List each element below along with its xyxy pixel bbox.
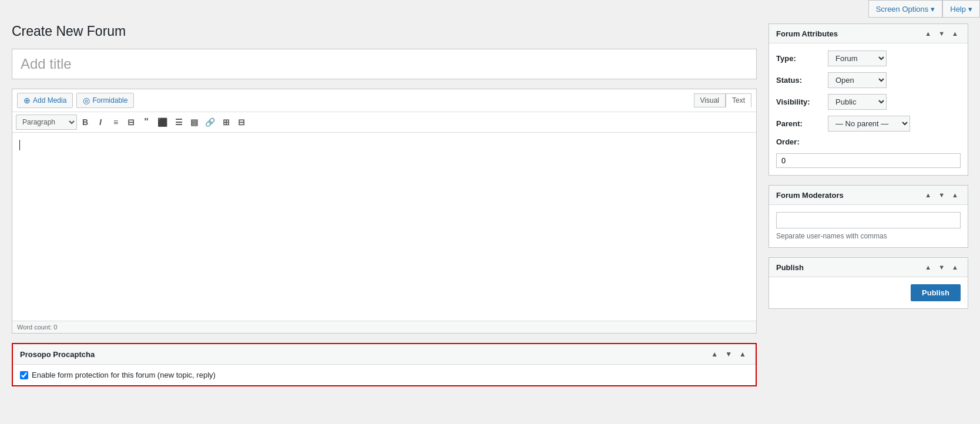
top-bar: Screen Options ▾ Help ▾ xyxy=(868,0,980,18)
status-label: Status: xyxy=(776,76,823,85)
italic-button[interactable]: I xyxy=(93,115,108,130)
page-title: Create New Forum xyxy=(12,23,757,39)
more-button[interactable]: ⊟ xyxy=(234,115,249,130)
moderators-input[interactable] xyxy=(776,212,961,228)
editor-wrap: ⊕ Add Media ◎ Formidable Visual Text Par… xyxy=(12,89,757,334)
link-button[interactable]: 🔗 xyxy=(202,115,218,130)
forum-moderators-up-button[interactable]: ▲ xyxy=(922,190,934,200)
procaptcha-checkbox-label: Enable form protection for this forum (n… xyxy=(32,371,216,379)
help-button[interactable]: Help ▾ xyxy=(942,0,980,18)
forum-attributes-title: Forum Attributes xyxy=(776,29,922,38)
help-label: Help xyxy=(950,5,966,14)
paragraph-select[interactable]: Paragraph Heading 1 Heading 2 Heading 3 … xyxy=(16,115,77,130)
status-select[interactable]: Open Closed xyxy=(828,72,887,88)
forum-attributes-down-button[interactable]: ▼ xyxy=(936,29,947,38)
procaptcha-up-button[interactable]: ▲ xyxy=(709,349,720,359)
tab-visual[interactable]: Visual xyxy=(694,93,726,107)
procaptcha-body: Enable form protection for this forum (n… xyxy=(13,365,756,385)
procaptcha-title: Prosopo Procaptcha xyxy=(20,350,709,359)
type-row: Type: Forum Category Link xyxy=(776,51,961,66)
publish-header: Publish ▲ ▼ ▲ xyxy=(769,258,968,277)
screen-options-chevron: ▾ xyxy=(931,5,935,14)
title-input[interactable] xyxy=(12,49,757,79)
editor-toolbar: Paragraph Heading 1 Heading 2 Heading 3 … xyxy=(12,112,756,133)
help-chevron: ▾ xyxy=(968,5,972,14)
formidable-icon: ◎ xyxy=(83,96,90,105)
align-right-button[interactable]: ▤ xyxy=(187,115,201,130)
bold-button[interactable]: B xyxy=(78,115,92,130)
publish-collapse-button[interactable]: ▲ xyxy=(949,263,961,272)
unordered-list-button[interactable]: ≡ xyxy=(109,115,123,130)
order-label: Order: xyxy=(776,137,823,146)
forum-attributes-body: Type: Forum Category Link Status: Open C… xyxy=(769,43,968,175)
publish-body: Publish xyxy=(769,277,968,308)
forum-moderators-down-button[interactable]: ▼ xyxy=(936,190,947,200)
table-button[interactable]: ⊞ xyxy=(219,115,233,130)
forum-moderators-body: Separate user-names with commas xyxy=(769,205,968,247)
blockquote-button[interactable]: " xyxy=(139,115,153,130)
media-icon: ⊕ xyxy=(24,96,31,105)
ordered-list-button[interactable]: ⊟ xyxy=(124,115,138,130)
forum-attributes-panel: Forum Attributes ▲ ▼ ▲ Type: Forum Categ… xyxy=(768,23,968,176)
visibility-row: Visibility: Public Private Hidden xyxy=(776,94,961,110)
screen-options-button[interactable]: Screen Options ▾ xyxy=(868,0,943,18)
visibility-select[interactable]: Public Private Hidden xyxy=(828,94,887,110)
order-input[interactable] xyxy=(776,153,961,168)
publish-down-button[interactable]: ▼ xyxy=(936,263,947,272)
editor-cursor xyxy=(19,140,20,150)
parent-label: Parent: xyxy=(776,119,823,128)
forum-moderators-header: Forum Moderators ▲ ▼ ▲ xyxy=(769,186,968,205)
procaptcha-box: Prosopo Procaptcha ▲ ▼ ▲ Enable form pro… xyxy=(12,343,757,386)
editor-tabs: Visual Text xyxy=(694,93,751,107)
publish-panel: Publish ▲ ▼ ▲ Publish xyxy=(768,257,968,309)
forum-attributes-collapse-button[interactable]: ▲ xyxy=(949,29,961,38)
editor-footer: Word count: 0 xyxy=(12,321,756,333)
forum-moderators-collapse-button[interactable]: ▲ xyxy=(949,190,961,200)
parent-row: Parent: — No parent — xyxy=(776,116,961,132)
procaptcha-header: Prosopo Procaptcha ▲ ▼ ▲ xyxy=(13,344,756,365)
editor-body[interactable] xyxy=(12,133,756,321)
sidebar: Forum Attributes ▲ ▼ ▲ Type: Forum Categ… xyxy=(768,23,968,412)
add-media-label: Add Media xyxy=(33,96,66,105)
page-wrap: Create New Forum ⊕ Add Media ◎ Formidabl… xyxy=(0,0,980,424)
type-label: Type: xyxy=(776,54,823,63)
publish-up-button[interactable]: ▲ xyxy=(922,263,934,272)
procaptcha-close-button[interactable]: ▲ xyxy=(737,349,749,359)
forum-attributes-controls: ▲ ▼ ▲ xyxy=(922,29,961,38)
publish-controls: ▲ ▼ ▲ xyxy=(922,263,961,272)
forum-moderators-title: Forum Moderators xyxy=(776,191,922,200)
forum-moderators-controls: ▲ ▼ ▲ xyxy=(922,190,961,200)
procaptcha-controls: ▲ ▼ ▲ xyxy=(709,349,749,359)
publish-title: Publish xyxy=(776,263,922,272)
visibility-label: Visibility: xyxy=(776,97,823,106)
editor-top-bar: ⊕ Add Media ◎ Formidable Visual Text xyxy=(12,89,756,112)
add-media-button[interactable]: ⊕ Add Media xyxy=(17,93,73,108)
screen-options-label: Screen Options xyxy=(876,5,929,14)
procaptcha-checkbox[interactable] xyxy=(20,371,28,379)
procaptcha-checkbox-row[interactable]: Enable form protection for this forum (n… xyxy=(20,371,749,379)
procaptcha-down-button[interactable]: ▼ xyxy=(723,349,734,359)
order-row: Order: xyxy=(776,137,961,168)
align-center-button[interactable]: ☰ xyxy=(172,115,186,130)
type-select[interactable]: Forum Category Link xyxy=(828,51,887,66)
formidable-label: Formidable xyxy=(92,96,127,105)
formidable-button[interactable]: ◎ Formidable xyxy=(76,93,134,108)
moderators-hint: Separate user-names with commas xyxy=(776,232,961,240)
main-content: Create New Forum ⊕ Add Media ◎ Formidabl… xyxy=(12,23,768,412)
align-left-button[interactable]: ⬛ xyxy=(155,115,170,130)
word-count: Word count: 0 xyxy=(17,324,57,331)
publish-button[interactable]: Publish xyxy=(911,284,961,301)
forum-attributes-header: Forum Attributes ▲ ▼ ▲ xyxy=(769,24,968,43)
parent-select[interactable]: — No parent — xyxy=(828,116,910,132)
status-row: Status: Open Closed xyxy=(776,72,961,88)
forum-attributes-up-button[interactable]: ▲ xyxy=(922,29,934,38)
forum-moderators-panel: Forum Moderators ▲ ▼ ▲ Separate user-nam… xyxy=(768,185,968,248)
tab-text[interactable]: Text xyxy=(726,93,751,107)
